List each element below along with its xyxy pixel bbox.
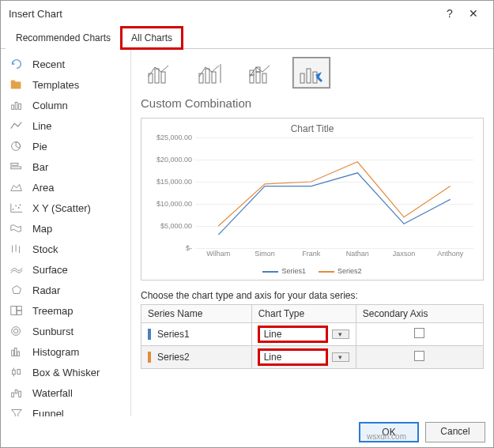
sidebar-item-treemap[interactable]: Treemap (1, 300, 130, 321)
area-icon (9, 181, 25, 194)
stock-icon (9, 243, 25, 255)
dialog-title: Insert Chart (9, 8, 438, 20)
tab-strip: Recommended Charts All Charts (1, 26, 493, 49)
sidebar-item-label: Radar (32, 284, 60, 296)
sidebar-item-funnel[interactable]: Funnel (1, 403, 130, 416)
chart-type-dropdown-1[interactable]: ▾ (332, 329, 349, 339)
secondary-axis-checkbox-1[interactable] (414, 328, 424, 338)
combo-subtype-2[interactable] (191, 57, 229, 88)
header-series-name: Series Name (141, 305, 252, 323)
secondary-axis-checkbox-2[interactable] (414, 351, 424, 361)
sidebar-item-label: Treemap (32, 305, 74, 317)
help-button[interactable]: ? (438, 7, 462, 20)
series-row: Series2 Line▾ (141, 346, 484, 369)
sidebar-item-waterfall[interactable]: Waterfall (1, 382, 130, 403)
series-row: Series1 Line▾ (141, 323, 484, 346)
ok-button[interactable]: OK (359, 422, 419, 442)
header-secondary-axis: Secondary Axis (356, 305, 483, 323)
svg-rect-37 (155, 69, 159, 83)
sidebar-item-scatter[interactable]: X Y (Scatter) (1, 198, 130, 218)
sidebar-item-label: Funnel (32, 408, 64, 417)
svg-point-9 (13, 209, 14, 210)
chart-type-select-1[interactable]: Line (258, 326, 327, 342)
svg-rect-39 (199, 73, 203, 83)
x-axis: WilhamSimonFrankNathanJaxsonAnthony (195, 250, 473, 264)
svg-rect-40 (206, 69, 209, 83)
sunburst-icon (9, 325, 25, 337)
svg-rect-31 (19, 391, 21, 397)
sidebar-item-boxwhisker[interactable]: Box & Whisker (1, 362, 130, 382)
templates-icon (9, 78, 25, 91)
funnel-icon (9, 407, 25, 416)
tab-recommended-charts[interactable]: Recommended Charts (6, 27, 121, 49)
sidebar-item-label: Histogram (32, 346, 79, 358)
sidebar-item-templates[interactable]: Templates (1, 74, 130, 95)
close-button[interactable]: ✕ (462, 7, 485, 20)
sidebar-item-stock[interactable]: Stock (1, 239, 130, 259)
svg-rect-17 (11, 307, 17, 315)
tab-all-charts[interactable]: All Charts (121, 27, 183, 49)
svg-rect-45 (256, 72, 260, 83)
svg-marker-16 (13, 286, 21, 294)
cancel-button[interactable]: Cancel (425, 422, 485, 442)
map-icon (9, 222, 25, 235)
svg-rect-28 (17, 369, 21, 374)
histogram-icon (9, 345, 25, 358)
series-swatch-1 (148, 329, 151, 340)
sidebar-item-area[interactable]: Area (1, 177, 130, 198)
title-bar: Insert Chart ? ✕ (1, 1, 493, 26)
sidebar-item-label: Stock (32, 243, 58, 255)
svg-marker-32 (12, 410, 22, 417)
svg-rect-41 (212, 72, 216, 83)
series-table: Series Name Chart Type Secondary Axis Se… (141, 304, 484, 369)
sidebar-item-surface[interactable]: Surface (1, 259, 130, 280)
column-icon (9, 99, 25, 111)
sidebar-item-label: Map (32, 223, 52, 235)
waterfall-icon (9, 386, 25, 399)
chart-type-sidebar: Recent Templates Column Line Pie Bar Are… (1, 49, 131, 416)
combo-subtype-3[interactable] (242, 57, 280, 88)
svg-point-20 (12, 327, 21, 336)
sidebar-item-sunburst[interactable]: Sunburst (1, 321, 130, 341)
svg-point-10 (15, 205, 17, 206)
sidebar-item-bar[interactable]: Bar (1, 156, 130, 177)
combo-subtype-row (141, 57, 484, 88)
svg-point-11 (18, 207, 20, 209)
sidebar-item-label: Sunburst (32, 326, 74, 337)
sidebar-item-column[interactable]: Column (1, 95, 130, 115)
sidebar-item-pie[interactable]: Pie (1, 136, 130, 156)
svg-rect-24 (17, 352, 20, 356)
svg-rect-0 (11, 81, 21, 88)
sidebar-item-line[interactable]: Line (1, 115, 130, 136)
scatter-icon (9, 201, 25, 214)
pie-icon (9, 140, 25, 152)
combo-subtype-custom[interactable] (292, 57, 330, 88)
sidebar-item-label: X Y (Scatter) (32, 202, 91, 214)
chart-preview: Chart Title $- $5,000.00 $10,000.00 $15,… (141, 118, 484, 280)
chart-lines (195, 137, 473, 248)
svg-rect-49 (307, 69, 311, 83)
svg-rect-22 (12, 350, 14, 356)
sidebar-item-recent[interactable]: Recent (1, 54, 130, 74)
sidebar-item-label: Templates (32, 79, 79, 91)
boxwhisker-icon (9, 366, 25, 378)
series-name-1: Series1 (157, 329, 190, 340)
treemap-icon (9, 304, 25, 317)
svg-rect-2 (12, 105, 14, 109)
combo-subtype-1[interactable] (141, 57, 179, 88)
sidebar-item-label: Waterfall (32, 387, 73, 399)
svg-rect-48 (300, 73, 304, 83)
recent-icon (9, 58, 25, 70)
svg-rect-38 (161, 72, 165, 83)
chart-type-select-2[interactable]: Line (258, 349, 327, 365)
svg-rect-29 (12, 393, 14, 397)
svg-point-21 (13, 329, 17, 333)
sidebar-item-label: Area (32, 182, 54, 194)
section-title: Custom Combination (141, 96, 484, 110)
chart-type-dropdown-2[interactable]: ▾ (332, 352, 349, 362)
sidebar-item-histogram[interactable]: Histogram (1, 341, 130, 362)
sidebar-item-map[interactable]: Map (1, 218, 130, 239)
svg-point-12 (20, 205, 21, 206)
sidebar-item-label: Surface (32, 264, 68, 276)
sidebar-item-radar[interactable]: Radar (1, 280, 130, 300)
